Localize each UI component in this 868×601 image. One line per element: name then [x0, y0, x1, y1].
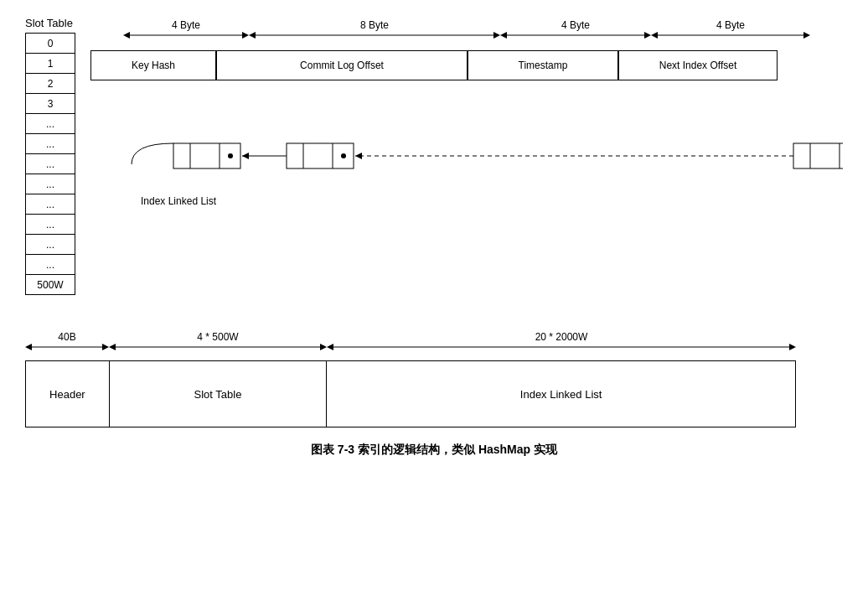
svg-marker-1 [123, 32, 130, 39]
svg-marker-33 [25, 344, 32, 350]
svg-marker-37 [109, 344, 116, 350]
slot-table-cell: ... [26, 174, 75, 194]
svg-marker-10 [644, 32, 651, 39]
bottom-cell: Header [26, 361, 110, 427]
svg-text:4 * 500W: 4 * 500W [197, 331, 239, 343]
svg-marker-6 [493, 32, 500, 39]
svg-text:4 Byte: 4 Byte [561, 19, 590, 31]
bottom-cell: Index Linked List [327, 361, 795, 427]
bottom-cell: Slot Table [110, 361, 327, 427]
slot-table-cell: 2 [26, 74, 75, 94]
svg-marker-9 [500, 32, 507, 39]
slot-table-cell: ... [26, 154, 75, 174]
top-section: Slot Table 0123........................5… [25, 17, 843, 295]
field-box: Commit Log Offset [216, 50, 468, 80]
svg-marker-14 [803, 32, 810, 39]
slot-table-cell: ... [26, 215, 75, 235]
slot-table-cell: ... [26, 255, 75, 275]
bottom-arrows-svg: 40B4 * 500W20 * 2000W [25, 329, 796, 357]
svg-marker-42 [789, 344, 796, 350]
slot-table-label: Slot Table [25, 17, 73, 29]
linked-list-svg [90, 97, 843, 189]
svg-text:40B: 40B [58, 331, 75, 343]
slot-table: 0123........................500W [25, 33, 75, 295]
svg-point-23 [341, 153, 346, 158]
svg-text:4 Byte: 4 Byte [172, 19, 200, 31]
svg-marker-41 [327, 344, 333, 350]
svg-marker-38 [320, 344, 327, 350]
svg-marker-34 [102, 344, 109, 350]
linked-list-label: Index Linked List [141, 195, 843, 207]
slot-table-cell: 1 [26, 54, 75, 74]
byte-arrows-svg: 4 Byte8 Byte4 Byte4 Byte [90, 17, 843, 45]
svg-text:20 * 2000W: 20 * 2000W [535, 331, 588, 343]
svg-rect-24 [793, 143, 843, 168]
svg-point-19 [228, 153, 233, 158]
diagram-area: 4 Byte8 Byte4 Byte4 Byte Key HashCommit … [90, 17, 843, 207]
slot-table-cell: ... [26, 114, 75, 134]
bottom-arrows-container: 40B4 * 500W20 * 2000W [25, 329, 843, 357]
field-box: Timestamp [468, 50, 618, 80]
bottom-table: HeaderSlot TableIndex Linked List [25, 360, 796, 427]
svg-text:8 Byte: 8 Byte [360, 19, 389, 31]
slot-table-cell: 500W [26, 275, 75, 295]
slot-table-container: Slot Table 0123........................5… [25, 17, 75, 295]
slot-table-cell: ... [26, 134, 75, 154]
svg-marker-29 [242, 153, 249, 159]
byte-arrows-container: 4 Byte8 Byte4 Byte4 Byte [90, 17, 843, 45]
field-box: Next Index Offset [618, 50, 778, 80]
main-container: Slot Table 0123........................5… [25, 17, 843, 458]
slot-table-cell: ... [26, 194, 75, 215]
svg-marker-31 [355, 153, 362, 159]
svg-marker-2 [242, 32, 249, 39]
field-box: Key Hash [90, 50, 216, 80]
fields-row: Key HashCommit Log OffsetTimestampNext I… [90, 50, 843, 80]
svg-marker-5 [249, 32, 256, 39]
svg-text:4 Byte: 4 Byte [716, 19, 745, 31]
slot-table-cell: 3 [26, 94, 75, 114]
linked-list-container: Index Linked List [90, 97, 843, 207]
caption: 图表 7-3 索引的逻辑结构，类似 HashMap 实现 [25, 443, 843, 458]
bottom-section: 40B4 * 500W20 * 2000W HeaderSlot TableIn… [25, 329, 843, 427]
slot-table-cell: ... [26, 235, 75, 255]
slot-table-cell: 0 [26, 34, 75, 54]
svg-marker-13 [651, 32, 658, 39]
